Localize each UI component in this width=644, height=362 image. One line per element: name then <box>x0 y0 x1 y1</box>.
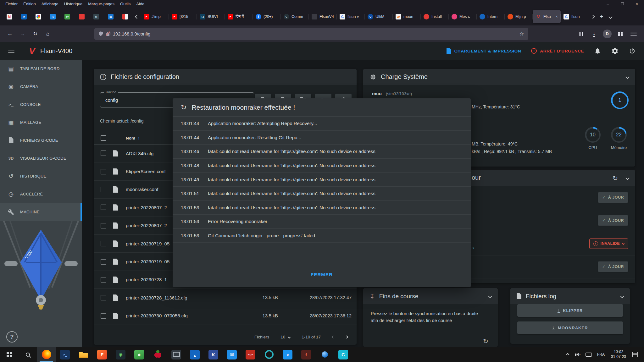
taskbar-app[interactable] <box>56 347 74 362</box>
search-button[interactable] <box>19 347 37 362</box>
taskbar-app[interactable] <box>260 347 278 362</box>
row-checkbox[interactable] <box>101 187 106 192</box>
tracking-shield-icon[interactable] <box>99 31 103 36</box>
pinned-tab[interactable] <box>60 10 74 23</box>
close-dialog-button[interactable]: FERMER <box>305 269 338 280</box>
taskbar-app[interactable] <box>315 347 334 362</box>
browser-menu-icon[interactable] <box>627 28 640 40</box>
tab-close-icon[interactable]: × <box>556 14 558 19</box>
klipper-log-button[interactable]: ↓ KLIPPER <box>517 304 623 317</box>
sidebar-item-mesh[interactable]: ▦ MAILLAGE <box>0 113 82 131</box>
browser-tab[interactable]: दिन में × <box>225 10 253 23</box>
pinned-tab[interactable] <box>75 10 89 23</box>
taskbar-app[interactable] <box>334 347 353 362</box>
browser-tab[interactable]: Install × <box>421 10 449 23</box>
taskbar-app[interactable] <box>223 347 241 362</box>
address-bar[interactable]: 192.168.0.9/config ☆ <box>94 28 528 40</box>
taskbar-app[interactable] <box>111 347 130 362</box>
browser-tab[interactable]: FlsunV400 × <box>309 10 337 23</box>
taskbar-app[interactable] <box>241 347 260 362</box>
taskbar-app[interactable] <box>297 347 315 362</box>
up-to-date-button[interactable]: ✓À JOUR <box>598 261 628 272</box>
menubar-item[interactable]: Aide <box>133 0 147 8</box>
browser-tab[interactable]: flsun × <box>561 10 589 23</box>
collapse-icon[interactable] <box>620 294 624 298</box>
up-to-date-button[interactable]: ✓À JOUR <box>598 215 628 226</box>
taskbar-app-firefox[interactable] <box>37 347 56 362</box>
notifications-bell-icon[interactable] <box>594 47 601 55</box>
tab-list-dropdown-icon[interactable] <box>606 10 614 23</box>
tab-scroll-left-icon[interactable] <box>133 10 141 23</box>
tray-expand-icon[interactable] <box>563 347 573 362</box>
collapse-icon[interactable] <box>488 294 492 298</box>
pinned-tab[interactable] <box>31 10 45 23</box>
pinned-tab[interactable] <box>89 10 103 23</box>
update-refresh-icon[interactable]: ↻ <box>613 174 618 182</box>
file-row[interactable]: printer-20230730_070055.cfg 13.5 kB 28/0… <box>94 307 357 325</box>
sidebar-item-camera[interactable]: ◉ CAMÉRA <box>0 78 82 96</box>
menubar-item[interactable]: Édition <box>20 0 39 8</box>
next-page-icon[interactable] <box>345 336 348 339</box>
menubar-item[interactable]: Fichier <box>3 0 20 8</box>
row-checkbox[interactable] <box>101 313 106 319</box>
sidebar-item-gcode-files[interactable]: FICHIERS G-CODE <box>0 131 82 149</box>
row-checkbox[interactable] <box>101 205 106 210</box>
sidebar-item-dashboard[interactable]: ▤ TABLEAU DE BORD <box>0 60 82 78</box>
pinned-tab[interactable] <box>17 10 31 23</box>
collapse-icon[interactable] <box>625 176 630 180</box>
language-indicator[interactable]: FRA <box>594 347 608 362</box>
bookmark-star-icon[interactable]: ☆ <box>519 31 524 37</box>
menubar-item[interactable]: Marque-pages <box>85 0 117 8</box>
extensions-icon[interactable] <box>614 28 627 40</box>
browser-tab[interactable]: Comm × <box>281 10 309 23</box>
sidebar-item-history[interactable]: ↺ HISTORIQUE <box>0 167 82 185</box>
taskbar-app[interactable] <box>278 347 297 362</box>
pinned-tab[interactable] <box>104 10 118 23</box>
browser-tab[interactable]: SUIVI × <box>197 10 225 23</box>
browser-tab[interactable]: [3/15 × <box>169 10 197 23</box>
reload-icon[interactable]: ↻ <box>29 28 42 40</box>
commit-link-fragment[interactable]: s <box>472 245 474 250</box>
new-tab-button[interactable]: + <box>597 10 606 23</box>
back-icon[interactable]: ← <box>4 28 16 40</box>
upload-print-button[interactable]: CHARGEMENT & IMPRESSION <box>447 48 521 54</box>
invalid-button[interactable]: ! INVALIDE <box>589 239 628 249</box>
taskbar-app[interactable] <box>186 347 204 362</box>
prev-page-icon[interactable] <box>332 336 335 339</box>
menubar-item[interactable]: Outils <box>117 0 133 8</box>
browser-tab[interactable]: Flsu × <box>533 10 561 23</box>
start-button[interactable] <box>0 347 19 362</box>
taskbar-app[interactable] <box>93 347 111 362</box>
emergency-stop-button[interactable]: ! ARRÊT D'URGENCE <box>531 48 584 54</box>
row-checkbox[interactable] <box>101 241 106 246</box>
account-avatar[interactable]: D <box>601 28 614 40</box>
insecure-lock-icon[interactable] <box>106 31 110 36</box>
browser-tab[interactable]: (20+) × <box>253 10 281 23</box>
row-checkbox[interactable] <box>101 259 106 265</box>
browser-tab[interactable]: Intern × <box>477 10 505 23</box>
notification-center-icon[interactable] <box>629 347 641 362</box>
endstop-sync-icon[interactable]: ↻ <box>483 337 488 345</box>
collapse-icon[interactable] <box>625 75 630 79</box>
sidebar-toggle-icon[interactable] <box>8 49 14 53</box>
power-icon[interactable] <box>629 47 636 55</box>
browser-tab[interactable]: moon × <box>393 10 421 23</box>
row-checkbox[interactable] <box>101 169 106 174</box>
row-checkbox[interactable] <box>101 277 106 282</box>
taskbar-app[interactable] <box>167 347 186 362</box>
browser-tab[interactable]: Mijn p × <box>505 10 533 23</box>
column-name[interactable]: Nom ↑ <box>126 136 140 140</box>
settings-gear-icon[interactable] <box>611 47 619 55</box>
help-icon[interactable]: ? <box>6 331 18 343</box>
menubar-item[interactable]: Historique <box>61 0 86 8</box>
close-icon[interactable]: × <box>630 0 644 8</box>
pinned-tab[interactable] <box>3 10 16 23</box>
taskbar-app[interactable] <box>148 347 167 362</box>
per-page-select[interactable]: 10 <box>280 335 290 339</box>
row-checkbox[interactable] <box>101 151 106 156</box>
pinned-tab[interactable] <box>46 10 60 23</box>
library-icon[interactable] <box>574 28 587 40</box>
taskbar-app[interactable] <box>130 347 148 362</box>
moonraker-log-button[interactable]: ↓ MOONRAKER <box>517 321 623 334</box>
maximize-icon[interactable] <box>615 0 630 8</box>
